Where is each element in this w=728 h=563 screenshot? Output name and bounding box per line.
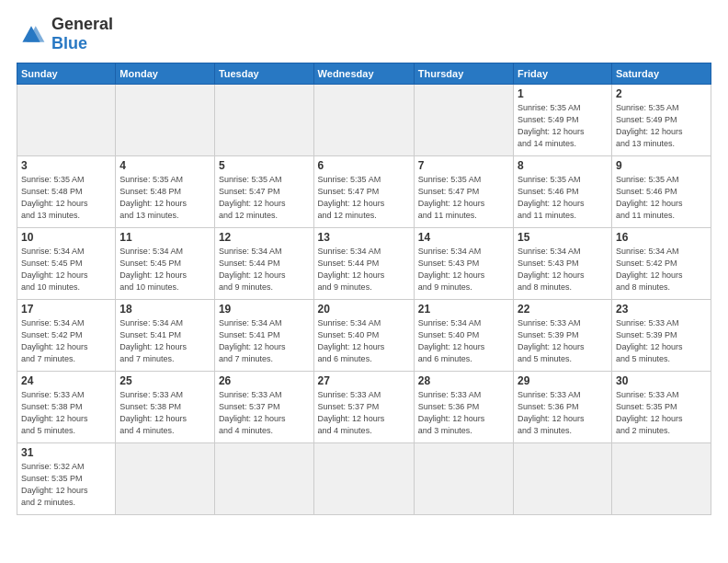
calendar-cell: 17Sunrise: 5:34 AM Sunset: 5:42 PM Dayli…: [17, 300, 116, 372]
day-info: Sunrise: 5:33 AM Sunset: 5:37 PM Dayligh…: [318, 389, 410, 437]
day-number: 13: [318, 231, 410, 244]
day-number: 26: [219, 374, 310, 387]
day-info: Sunrise: 5:33 AM Sunset: 5:36 PM Dayligh…: [518, 389, 608, 437]
day-number: 2: [616, 87, 707, 100]
calendar-cell: 8Sunrise: 5:35 AM Sunset: 5:46 PM Daylig…: [514, 156, 612, 228]
calendar-cell: 19Sunrise: 5:34 AM Sunset: 5:41 PM Dayli…: [214, 300, 313, 372]
calendar-cell: [116, 85, 215, 156]
day-info: Sunrise: 5:33 AM Sunset: 5:35 PM Dayligh…: [616, 389, 707, 437]
day-info: Sunrise: 5:34 AM Sunset: 5:40 PM Dayligh…: [418, 317, 509, 365]
calendar-cell: 11Sunrise: 5:34 AM Sunset: 5:45 PM Dayli…: [116, 228, 215, 300]
calendar-cell: 30Sunrise: 5:33 AM Sunset: 5:35 PM Dayli…: [611, 372, 711, 443]
day-info: Sunrise: 5:34 AM Sunset: 5:42 PM Dayligh…: [21, 317, 111, 365]
day-number: 27: [318, 374, 410, 387]
calendar-cell: 14Sunrise: 5:34 AM Sunset: 5:43 PM Dayli…: [414, 228, 513, 300]
day-info: Sunrise: 5:34 AM Sunset: 5:45 PM Dayligh…: [21, 246, 111, 293]
calendar-cell: 7Sunrise: 5:35 AM Sunset: 5:47 PM Daylig…: [414, 156, 513, 228]
day-info: Sunrise: 5:33 AM Sunset: 5:37 PM Dayligh…: [219, 389, 310, 437]
calendar-cell: 21Sunrise: 5:34 AM Sunset: 5:40 PM Dayli…: [414, 300, 513, 372]
day-number: 18: [119, 303, 210, 316]
day-number: 31: [21, 446, 111, 459]
day-number: 17: [21, 303, 111, 316]
calendar-cell: 27Sunrise: 5:33 AM Sunset: 5:37 PM Dayli…: [313, 372, 414, 443]
day-info: Sunrise: 5:33 AM Sunset: 5:39 PM Dayligh…: [518, 317, 608, 365]
day-info: Sunrise: 5:35 AM Sunset: 5:49 PM Dayligh…: [616, 102, 707, 150]
calendar-cell: 26Sunrise: 5:33 AM Sunset: 5:37 PM Dayli…: [214, 372, 313, 443]
calendar-cell: 24Sunrise: 5:33 AM Sunset: 5:38 PM Dayli…: [17, 372, 116, 443]
day-info: Sunrise: 5:34 AM Sunset: 5:41 PM Dayligh…: [219, 317, 310, 365]
day-number: 14: [418, 231, 509, 244]
day-number: 12: [219, 231, 310, 244]
calendar-table: SundayMondayTuesdayWednesdayThursdayFrid…: [17, 63, 711, 515]
calendar-cell: [214, 443, 313, 515]
calendar-week-row: 10Sunrise: 5:34 AM Sunset: 5:45 PM Dayli…: [17, 228, 711, 300]
day-number: 9: [616, 159, 707, 172]
calendar-cell: 29Sunrise: 5:33 AM Sunset: 5:36 PM Dayli…: [514, 372, 612, 443]
day-info: Sunrise: 5:33 AM Sunset: 5:39 PM Dayligh…: [616, 317, 707, 365]
day-number: 16: [616, 231, 707, 244]
day-info: Sunrise: 5:33 AM Sunset: 5:38 PM Dayligh…: [21, 389, 111, 437]
day-info: Sunrise: 5:34 AM Sunset: 5:44 PM Dayligh…: [219, 246, 310, 293]
day-number: 11: [119, 231, 210, 244]
day-info: Sunrise: 5:35 AM Sunset: 5:47 PM Dayligh…: [418, 174, 509, 222]
day-number: 21: [418, 303, 509, 316]
calendar-week-row: 24Sunrise: 5:33 AM Sunset: 5:38 PM Dayli…: [17, 372, 711, 443]
day-info: Sunrise: 5:35 AM Sunset: 5:47 PM Dayligh…: [318, 174, 410, 222]
day-number: 24: [21, 374, 111, 387]
day-info: Sunrise: 5:33 AM Sunset: 5:38 PM Dayligh…: [119, 389, 210, 437]
day-info: Sunrise: 5:34 AM Sunset: 5:43 PM Dayligh…: [518, 246, 608, 293]
calendar-cell: 13Sunrise: 5:34 AM Sunset: 5:44 PM Dayli…: [313, 228, 414, 300]
calendar-cell: 2Sunrise: 5:35 AM Sunset: 5:49 PM Daylig…: [611, 85, 711, 156]
day-number: 30: [616, 374, 707, 387]
calendar-cell: 12Sunrise: 5:34 AM Sunset: 5:44 PM Dayli…: [214, 228, 313, 300]
day-info: Sunrise: 5:35 AM Sunset: 5:47 PM Dayligh…: [219, 174, 310, 222]
weekday-header-saturday: Saturday: [611, 63, 711, 85]
day-number: 3: [21, 159, 111, 172]
calendar-cell: [214, 85, 313, 156]
calendar-week-row: 3Sunrise: 5:35 AM Sunset: 5:48 PM Daylig…: [17, 156, 711, 228]
calendar-cell: 5Sunrise: 5:35 AM Sunset: 5:47 PM Daylig…: [214, 156, 313, 228]
day-number: 5: [219, 159, 310, 172]
calendar-cell: [313, 443, 414, 515]
calendar-cell: 4Sunrise: 5:35 AM Sunset: 5:48 PM Daylig…: [116, 156, 215, 228]
day-info: Sunrise: 5:34 AM Sunset: 5:43 PM Dayligh…: [418, 246, 509, 293]
day-info: Sunrise: 5:34 AM Sunset: 5:44 PM Dayligh…: [318, 246, 410, 293]
calendar-cell: 18Sunrise: 5:34 AM Sunset: 5:41 PM Dayli…: [116, 300, 215, 372]
day-number: 6: [318, 159, 410, 172]
calendar-cell: [17, 85, 116, 156]
day-number: 7: [418, 159, 509, 172]
calendar-page: General Blue SundayMondayTuesdayWednesda…: [0, 0, 728, 563]
day-number: 28: [418, 374, 509, 387]
logo-text: General Blue: [51, 15, 113, 53]
day-info: Sunrise: 5:35 AM Sunset: 5:49 PM Dayligh…: [518, 102, 608, 150]
day-number: 15: [518, 231, 608, 244]
calendar-cell: 9Sunrise: 5:35 AM Sunset: 5:46 PM Daylig…: [611, 156, 711, 228]
calendar-cell: 10Sunrise: 5:34 AM Sunset: 5:45 PM Dayli…: [17, 228, 116, 300]
weekday-header-friday: Friday: [514, 63, 612, 85]
weekday-header-sunday: Sunday: [17, 63, 116, 85]
calendar-cell: [313, 85, 414, 156]
day-number: 29: [518, 374, 608, 387]
day-info: Sunrise: 5:34 AM Sunset: 5:41 PM Dayligh…: [119, 317, 210, 365]
calendar-week-row: 1Sunrise: 5:35 AM Sunset: 5:49 PM Daylig…: [17, 85, 711, 156]
day-info: Sunrise: 5:35 AM Sunset: 5:48 PM Dayligh…: [21, 174, 111, 222]
calendar-cell: [116, 443, 215, 515]
calendar-cell: 31Sunrise: 5:32 AM Sunset: 5:35 PM Dayli…: [17, 443, 116, 515]
calendar-cell: [414, 443, 513, 515]
day-number: 1: [518, 87, 608, 100]
day-info: Sunrise: 5:33 AM Sunset: 5:36 PM Dayligh…: [418, 389, 509, 437]
calendar-cell: 15Sunrise: 5:34 AM Sunset: 5:43 PM Dayli…: [514, 228, 612, 300]
page-header: General Blue: [17, 15, 711, 53]
day-info: Sunrise: 5:34 AM Sunset: 5:42 PM Dayligh…: [616, 246, 707, 293]
calendar-cell: [414, 85, 513, 156]
day-info: Sunrise: 5:35 AM Sunset: 5:46 PM Dayligh…: [616, 174, 707, 222]
day-number: 22: [518, 303, 608, 316]
weekday-header-monday: Monday: [116, 63, 215, 85]
calendar-cell: 28Sunrise: 5:33 AM Sunset: 5:36 PM Dayli…: [414, 372, 513, 443]
weekday-header-thursday: Thursday: [414, 63, 513, 85]
calendar-cell: [514, 443, 612, 515]
calendar-header-row: SundayMondayTuesdayWednesdayThursdayFrid…: [17, 63, 711, 85]
day-number: 25: [119, 374, 210, 387]
day-info: Sunrise: 5:35 AM Sunset: 5:48 PM Dayligh…: [119, 174, 210, 222]
logo-icon: [17, 21, 46, 47]
